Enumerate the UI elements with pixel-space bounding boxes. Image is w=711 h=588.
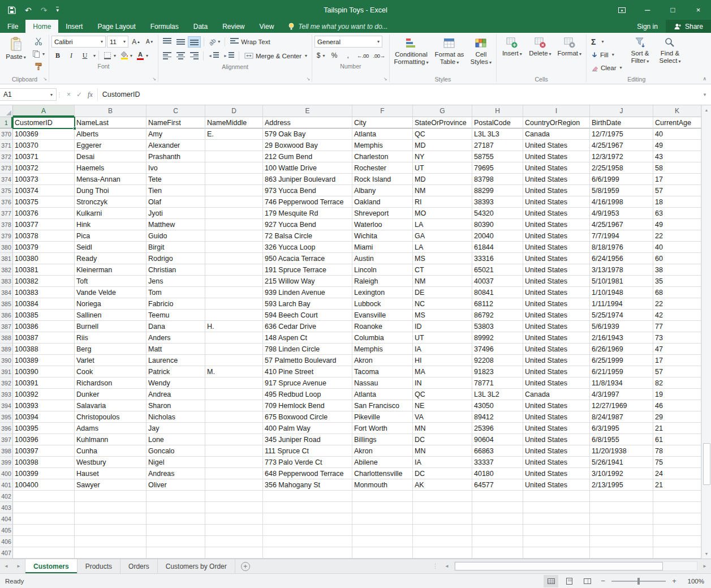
underline-button[interactable]: U	[79, 50, 91, 61]
format-cells-button[interactable]: Format▾	[555, 35, 584, 58]
cell[interactable]: HI	[413, 355, 472, 366]
column-header-J[interactable]: J	[590, 105, 653, 117]
cell[interactable]: United States	[523, 366, 590, 377]
cell[interactable]: Berg	[75, 344, 146, 355]
cell[interactable]: Columbia	[352, 332, 413, 344]
cell[interactable]	[352, 491, 413, 502]
cell[interactable]: Andreas	[146, 468, 205, 479]
cell[interactable]: United States	[523, 310, 590, 321]
name-box-dropdown[interactable]: ▾	[50, 92, 53, 97]
cell[interactable]	[653, 502, 701, 513]
cell[interactable]: 100371	[13, 151, 75, 162]
cell[interactable]: Lubbock	[352, 298, 413, 310]
new-sheet-button[interactable]: +	[235, 559, 256, 573]
cell[interactable]: 100374	[13, 185, 75, 196]
cell[interactable]: 53803	[472, 321, 523, 332]
cell[interactable]: 939 Linden Avenue	[263, 287, 352, 298]
cell[interactable]: 73	[653, 332, 701, 344]
insert-cells-button[interactable]: Insert▾	[499, 35, 525, 58]
cell[interactable]: 12/7/1975	[590, 128, 653, 140]
cell[interactable]	[205, 162, 263, 174]
cell[interactable]: Sawyer	[75, 479, 146, 491]
cell[interactable]: Ivo	[146, 162, 205, 174]
ribbon-tab-data[interactable]: Data	[186, 20, 215, 33]
cell[interactable]: NameMiddle	[205, 117, 263, 128]
cell[interactable]: Adams	[75, 423, 146, 434]
cell[interactable]	[205, 310, 263, 321]
cell[interactable]: 38393	[472, 196, 523, 208]
cell[interactable]: United States	[523, 411, 590, 423]
expand-formula-bar-button[interactable]: ▾	[699, 92, 711, 97]
cell[interactable]	[523, 491, 590, 502]
cell[interactable]: Desai	[75, 151, 146, 162]
align-center-button[interactable]	[174, 50, 187, 62]
cell[interactable]: Noriega	[75, 298, 146, 310]
cell[interactable]: IA	[413, 344, 472, 355]
formula-bar-splitter[interactable]: ⋮	[57, 92, 62, 98]
cell[interactable]: 1/11/1994	[590, 298, 653, 310]
cell[interactable]: 100395	[13, 423, 75, 434]
cell[interactable]: 4/25/1967	[590, 219, 653, 230]
cell[interactable]: Hauset	[75, 468, 146, 479]
row-header-377[interactable]: 377	[0, 208, 13, 219]
cell[interactable]: Akron	[352, 355, 413, 366]
cell[interactable]: Anders	[146, 332, 205, 344]
cell[interactable]: 100383	[13, 287, 75, 298]
cell[interactable]: 636 Cedar Drive	[263, 321, 352, 332]
cell[interactable]: 43050	[472, 400, 523, 411]
cell[interactable]: Wendy	[146, 377, 205, 389]
cell[interactable]	[205, 547, 263, 559]
decrease-font-size-button[interactable]: A▾	[143, 36, 156, 48]
cell[interactable]	[413, 502, 472, 513]
cell[interactable]: 593 Larch Bay	[263, 298, 352, 310]
cell[interactable]: MS	[413, 310, 472, 321]
cell[interactable]: BirthDate	[590, 117, 653, 128]
row-header-390[interactable]: 390	[0, 355, 13, 366]
cell[interactable]: United States	[523, 174, 590, 185]
cell[interactable]: 5/8/1959	[590, 185, 653, 196]
vertical-scroll-thumb[interactable]	[703, 443, 710, 485]
cell[interactable]: NameFirst	[146, 117, 205, 128]
close-button[interactable]: ×	[686, 0, 711, 20]
cell[interactable]: 100399	[13, 468, 75, 479]
cell[interactable]	[205, 434, 263, 445]
cell[interactable]	[205, 479, 263, 491]
cell[interactable]: NM	[413, 185, 472, 196]
cell[interactable]: United States	[523, 434, 590, 445]
cell[interactable]: Canada	[523, 389, 590, 400]
cell[interactable]	[523, 502, 590, 513]
copy-button[interactable]: ▾	[31, 48, 46, 59]
cell[interactable]: 5/10/1981	[590, 276, 653, 287]
cell[interactable]: Eggerer	[75, 140, 146, 151]
cell[interactable]: MA	[413, 366, 472, 377]
bottom-align-button[interactable]	[188, 36, 201, 48]
cell[interactable]: Nassau	[352, 377, 413, 389]
cell[interactable]: 100384	[13, 298, 75, 310]
cell[interactable]: Canada	[523, 128, 590, 140]
cell[interactable]	[472, 547, 523, 559]
row-header-382[interactable]: 382	[0, 264, 13, 276]
cell[interactable]: United States	[523, 445, 590, 457]
cell[interactable]	[205, 502, 263, 513]
save-button[interactable]	[8, 6, 16, 14]
cell[interactable]: 19	[653, 389, 701, 400]
cell[interactable]: Seidl	[75, 242, 146, 253]
cell[interactable]	[205, 253, 263, 264]
cell[interactable]	[653, 513, 701, 525]
cell[interactable]	[205, 208, 263, 219]
cell[interactable]: LA	[413, 219, 472, 230]
fill-handle[interactable]	[73, 127, 76, 130]
cell[interactable]	[13, 491, 75, 502]
merge-center-button[interactable]: Merge & Center▾	[242, 50, 309, 62]
sort-filter-button[interactable]: Sort &Filter▾	[626, 35, 654, 66]
cell[interactable]	[75, 536, 146, 547]
cell[interactable]	[75, 491, 146, 502]
cell[interactable]: Akron	[352, 445, 413, 457]
align-right-button[interactable]	[188, 50, 200, 62]
find-select-button[interactable]: Find &Select▾	[656, 35, 684, 66]
cell[interactable]: MN	[413, 445, 472, 457]
cell[interactable]: Mensa-Annan	[75, 174, 146, 185]
page-layout-view-button[interactable]	[562, 575, 576, 587]
cell[interactable]: 24	[653, 468, 701, 479]
delete-cells-button[interactable]: Delete▾	[527, 35, 553, 58]
